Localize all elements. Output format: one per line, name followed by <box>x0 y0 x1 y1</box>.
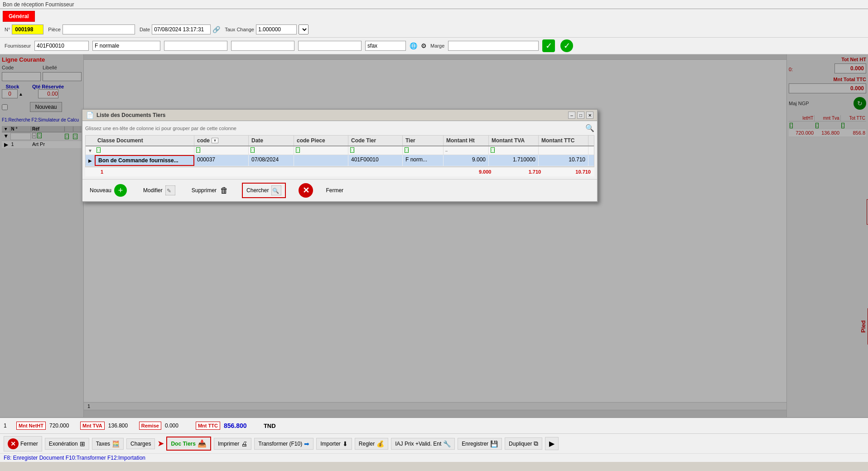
mg-col-tier[interactable]: Tier <box>403 136 444 146</box>
mg-filter-date: □ <box>249 146 294 155</box>
mg-cell-codepiece-0 <box>294 155 348 166</box>
modal-supprimer-label: Supprimer <box>192 187 217 194</box>
link-icon: 🔗 <box>212 26 220 33</box>
imprimer-button[interactable]: Imprimer 🖨 <box>214 438 251 450</box>
mg-col-code[interactable]: code ▼ <box>194 136 249 146</box>
modal-grid-row-0[interactable]: ▶ Bon de Commande fournisse... 000037 07… <box>86 155 594 166</box>
mg-filter-doc-icon: □ <box>96 147 101 153</box>
mg-filter-codetier-inner: □ <box>350 147 400 153</box>
iaj-prix-label: IAJ Prix +Valid. Ent <box>395 441 441 447</box>
modal-chercher-label: Chercher <box>246 187 269 194</box>
mg-filter-code-icon: □ <box>196 147 200 153</box>
taux-change-label: Taux Change <box>225 27 254 32</box>
modal-search-icon[interactable]: 🔍 <box>585 124 594 132</box>
fournisseur-ville-input[interactable] <box>365 41 406 51</box>
modal-close-x-button[interactable]: ✕ <box>299 183 313 198</box>
piece-input[interactable] <box>63 24 135 34</box>
transformer-button[interactable]: Transformer (F10) ➡ <box>254 438 313 450</box>
nouveau-plus-icon: + <box>114 184 127 197</box>
modal-nouveau-button[interactable]: Nouveau + <box>86 182 130 199</box>
mg-col-doc[interactable]: Classe Document <box>95 136 194 146</box>
mg-col-tier-label: Tier <box>405 137 415 144</box>
charges-button[interactable]: Charges <box>126 438 155 449</box>
fournisseur-nom-input[interactable] <box>92 41 160 51</box>
dupliquer-label: Dupliquer <box>509 441 532 447</box>
modal-grid-header: Classe Document code ▼ Date code Piece <box>86 136 594 146</box>
mg-filter-codepiece-inner: □ <box>296 147 346 153</box>
dupliquer-button[interactable]: Dupliquer ⧉ <box>505 437 542 450</box>
mg-filter-code-inner: □ <box>196 147 246 153</box>
validate-button[interactable]: ✓ <box>542 39 555 52</box>
bs-remise-value: 0.000 <box>165 422 192 429</box>
tab-general[interactable]: Général <box>3 11 35 22</box>
modal-title-text: Liste des Documents Tiers <box>96 112 166 118</box>
settings-icon[interactable]: ⚙ <box>421 42 427 49</box>
modal-action-bar: Nouveau + Modifier ✎ Supprimer 🗑 <box>82 179 597 201</box>
fournisseur-field3-input[interactable] <box>164 41 227 51</box>
mg-col-montantttc[interactable]: Montant TTC <box>539 136 588 146</box>
n-label: N° <box>5 27 10 32</box>
modal-content: Glissez une en-tête de colonne ici pour … <box>82 121 597 179</box>
fournisseur-code-input[interactable] <box>34 41 89 51</box>
mg-cell-code-0: 000037 <box>194 155 249 166</box>
fermer-toolbar-button[interactable]: ✕ Fermer <box>4 436 42 452</box>
globe-icon: 🌐 <box>410 42 417 49</box>
mg-filter-montantttc <box>539 146 588 155</box>
piece-field: Pièce <box>48 24 135 34</box>
supprimer-trash-icon: 🗑 <box>219 185 229 195</box>
tab-bar: Général <box>0 9 868 22</box>
doc-tiers-button[interactable]: Doc Tiers 📥 <box>166 437 211 451</box>
mg-cell-doc-0: Bon de Commande fournisse... <box>95 155 194 166</box>
confirm-button[interactable]: ✓ <box>560 39 573 52</box>
mg-header-spacer <box>86 136 95 146</box>
modal-close-button[interactable]: ✕ <box>586 112 593 119</box>
dupliquer-copy-icon: ⧉ <box>534 440 538 447</box>
taux-change-select[interactable] <box>299 24 309 34</box>
modal-supprimer-button[interactable]: Supprimer 🗑 <box>188 184 233 197</box>
modal-minimize-button[interactable]: – <box>568 112 575 119</box>
mg-cell-date-0: 07/08/2024 <box>249 155 294 166</box>
modal-hint-text: Glissez une en-tête de colonne ici pour … <box>85 126 236 131</box>
mg-filter-date-icon: □ <box>251 147 255 153</box>
mg-cell-montantht-0-text: 9.000 <box>472 156 486 163</box>
fournisseur-field4-input[interactable] <box>231 41 294 51</box>
modal-footer-montantttc: 10.710 <box>541 169 591 175</box>
n-value: 000198 <box>12 24 43 34</box>
mg-col-montantttc-label: Montant TTC <box>541 137 574 144</box>
modal-footer-montantht: 9.000 <box>446 169 492 175</box>
modal-nouveau-label: Nouveau <box>90 187 111 194</box>
taux-change-input[interactable] <box>256 24 297 34</box>
enregistrer-button[interactable]: Enregistrer 💾 <box>458 438 502 450</box>
mg-col-date[interactable]: Date <box>249 136 294 146</box>
modal-chercher-button[interactable]: Chercher 🔍 <box>242 183 286 198</box>
mg-col-montanttva[interactable]: Montant TVA <box>489 136 539 146</box>
modal-footer-count: 1 <box>98 169 198 175</box>
taxes-label: Taxes <box>96 441 110 447</box>
mg-col-codepiece[interactable]: code Piece <box>294 136 348 146</box>
mg-col-montantht[interactable]: Montant Ht <box>444 136 489 146</box>
mg-filter-tier-icon: □ <box>405 147 409 153</box>
modal-maximize-button[interactable]: □ <box>577 112 584 119</box>
iaj-prix-button[interactable]: IAJ Prix +Valid. Ent 🔧 <box>391 438 455 450</box>
hotkeys-bar: F8: Enregister Document F10:Transformer … <box>0 453 868 462</box>
mg-col-code-sort[interactable]: ▼ <box>212 138 218 143</box>
importer-button[interactable]: Importer ⬇ <box>316 438 352 450</box>
mg-col-codetier[interactable]: Code Tier <box>348 136 403 146</box>
mg-filter-montantht: – <box>444 146 489 155</box>
transformer-label: Transformer (F10) <box>258 441 302 447</box>
extra-button[interactable]: ▶ <box>545 437 559 450</box>
date-label: Date <box>140 27 150 32</box>
mg-cell-date-0-text: 07/08/2024 <box>251 156 279 163</box>
fournisseur-field5-input[interactable] <box>298 41 362 51</box>
filter-funnel-icon: ▼ <box>88 148 92 153</box>
exoneration-button[interactable]: Exonération ⊞ <box>45 438 89 450</box>
regler-button[interactable]: Regler 💰 <box>355 438 388 450</box>
bs-count: 1 <box>4 422 13 429</box>
fermer-x-icon: ✕ <box>8 438 19 449</box>
mg-col-date-label: Date <box>251 137 263 144</box>
modal-fermer-button[interactable]: Fermer <box>322 185 347 195</box>
date-input[interactable] <box>152 24 211 34</box>
modal-modifier-button[interactable]: Modifier ✎ <box>140 184 179 197</box>
marge-input[interactable] <box>448 41 539 51</box>
taxes-button[interactable]: Taxes 🧮 <box>92 438 124 450</box>
